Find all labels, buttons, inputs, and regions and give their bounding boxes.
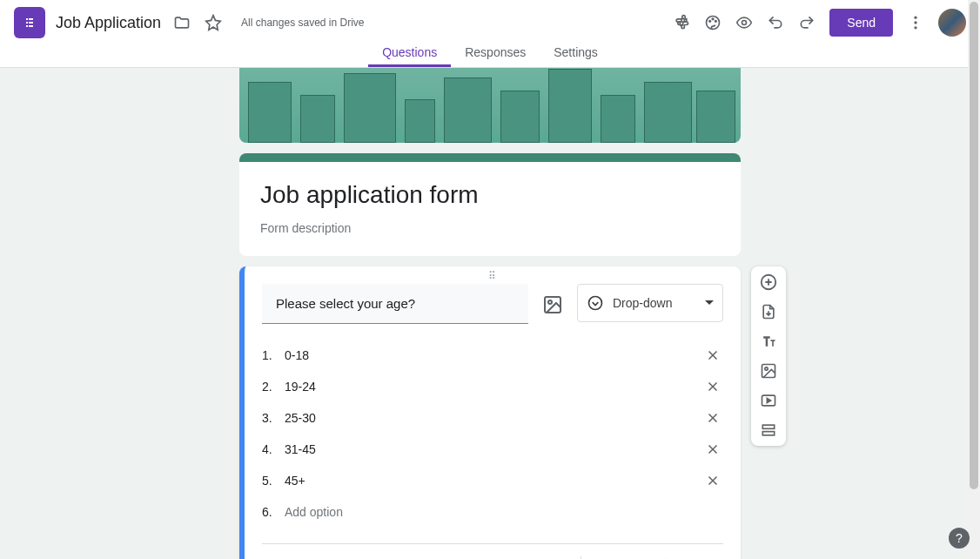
palette-icon[interactable] bbox=[697, 7, 728, 38]
add-video-icon[interactable] bbox=[758, 390, 779, 411]
svg-point-16 bbox=[548, 300, 552, 304]
question-type-select[interactable]: Drop-down bbox=[577, 284, 723, 322]
svg-point-9 bbox=[712, 18, 714, 20]
svg-point-12 bbox=[914, 17, 916, 19]
option-text[interactable]: 0-18 bbox=[285, 348, 702, 362]
option-row[interactable]: 1. 0-18 bbox=[262, 340, 723, 371]
option-text[interactable]: 45+ bbox=[285, 474, 702, 488]
svg-point-11 bbox=[742, 21, 747, 25]
option-number: 3. bbox=[262, 411, 279, 425]
move-to-folder-icon[interactable] bbox=[171, 12, 192, 33]
main-tabs: Questions Responses Settings bbox=[0, 45, 980, 68]
remove-option-icon[interactable] bbox=[702, 439, 723, 460]
form-description[interactable]: Form description bbox=[260, 221, 720, 235]
option-row[interactable]: 5. 45+ bbox=[262, 465, 723, 496]
addons-icon[interactable] bbox=[666, 7, 697, 38]
form-banner bbox=[239, 68, 741, 143]
add-option-label[interactable]: Add option bbox=[285, 505, 723, 519]
svg-rect-26 bbox=[762, 425, 774, 428]
option-row[interactable]: 4. 31-45 bbox=[262, 434, 723, 465]
option-text[interactable]: 19-24 bbox=[285, 380, 702, 394]
scrollbar[interactable] bbox=[968, 0, 980, 559]
form-canvas: Job application form Form description ⠿ … bbox=[0, 68, 980, 559]
svg-rect-5 bbox=[26, 25, 28, 27]
undo-icon[interactable] bbox=[760, 7, 791, 38]
question-card[interactable]: ⠿ Drop-down 1. 0-18 2. bbox=[239, 266, 741, 559]
add-option-row[interactable]: 6. Add option bbox=[262, 496, 723, 528]
send-button[interactable]: Send bbox=[829, 9, 893, 37]
drag-handle-icon[interactable]: ⠿ bbox=[488, 270, 498, 282]
help-icon[interactable]: ? bbox=[949, 528, 970, 549]
option-row[interactable]: 2. 19-24 bbox=[262, 371, 723, 402]
option-text[interactable]: 25-30 bbox=[285, 411, 702, 425]
svg-point-8 bbox=[709, 21, 711, 23]
scrollbar-thumb[interactable] bbox=[970, 2, 978, 489]
remove-option-icon[interactable] bbox=[702, 407, 723, 428]
import-questions-icon[interactable] bbox=[758, 301, 779, 322]
dropdown-type-icon bbox=[587, 294, 604, 312]
svg-point-10 bbox=[715, 21, 717, 23]
option-number: 4. bbox=[262, 442, 279, 456]
option-text[interactable]: 31-45 bbox=[285, 442, 702, 456]
remove-option-icon[interactable] bbox=[702, 345, 723, 366]
form-title-card[interactable]: Job application form Form description bbox=[239, 153, 741, 256]
add-section-icon[interactable] bbox=[758, 420, 779, 441]
svg-rect-6 bbox=[29, 25, 33, 27]
svg-point-17 bbox=[589, 297, 602, 310]
add-question-icon[interactable] bbox=[758, 272, 779, 293]
option-number: 1. bbox=[262, 348, 279, 362]
tab-responses[interactable]: Responses bbox=[451, 45, 540, 67]
option-number: 2. bbox=[262, 380, 279, 394]
side-toolbar bbox=[751, 266, 786, 446]
svg-rect-27 bbox=[762, 432, 774, 435]
remove-option-icon[interactable] bbox=[702, 470, 723, 491]
more-icon[interactable] bbox=[900, 7, 931, 38]
svg-point-14 bbox=[914, 26, 916, 29]
form-title[interactable]: Job application form bbox=[260, 181, 720, 209]
chevron-down-icon bbox=[705, 299, 714, 307]
svg-point-13 bbox=[914, 21, 916, 24]
svg-point-24 bbox=[765, 367, 768, 370]
question-text-input[interactable] bbox=[262, 284, 528, 324]
svg-rect-3 bbox=[26, 22, 28, 24]
add-image-tool-icon[interactable] bbox=[758, 360, 779, 381]
document-title[interactable]: Job Application bbox=[56, 14, 161, 32]
forms-logo[interactable] bbox=[14, 7, 45, 38]
add-title-icon[interactable] bbox=[758, 331, 779, 352]
option-number: 6. bbox=[262, 505, 279, 519]
options-list: 1. 0-18 2. 19-24 3. 25-30 4. 31-45 bbox=[262, 340, 723, 528]
question-footer: Required bbox=[262, 543, 723, 559]
add-image-icon[interactable] bbox=[542, 294, 563, 315]
svg-rect-1 bbox=[26, 18, 28, 20]
option-number: 5. bbox=[262, 474, 279, 488]
svg-rect-4 bbox=[29, 22, 33, 24]
user-avatar[interactable] bbox=[938, 9, 966, 37]
svg-rect-2 bbox=[29, 18, 33, 20]
tab-questions[interactable]: Questions bbox=[368, 45, 451, 67]
app-header: Job Application All changes saved in Dri… bbox=[0, 0, 980, 45]
question-type-label: Drop-down bbox=[613, 296, 672, 310]
save-status: All changes saved in Drive bbox=[241, 17, 364, 29]
preview-icon[interactable] bbox=[728, 7, 760, 38]
remove-option-icon[interactable] bbox=[702, 376, 723, 397]
option-row[interactable]: 3. 25-30 bbox=[262, 402, 723, 434]
star-icon[interactable] bbox=[203, 12, 224, 33]
redo-icon[interactable] bbox=[791, 7, 822, 38]
tab-settings[interactable]: Settings bbox=[540, 45, 612, 67]
